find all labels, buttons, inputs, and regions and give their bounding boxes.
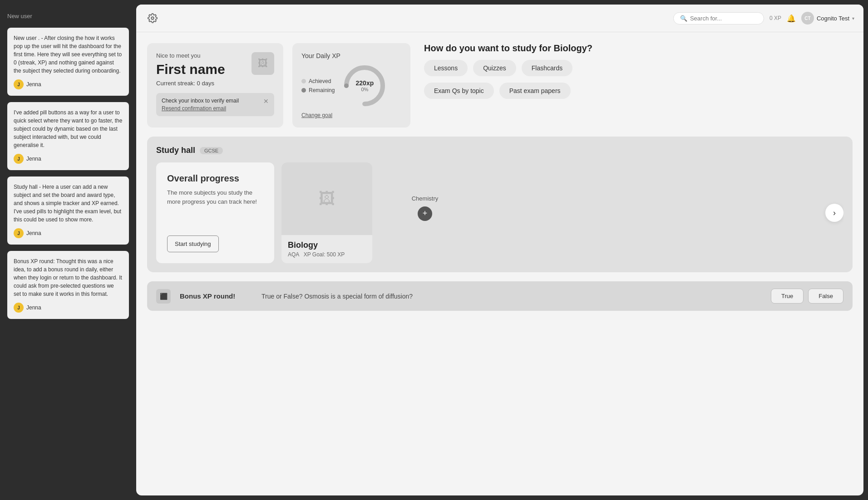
welcome-card: Nice to meet you First name Current stre…: [147, 43, 283, 127]
comment-card-2: I've added pill buttons as a way for a u…: [7, 102, 129, 170]
xp-gauge: 220xp 0%: [342, 63, 387, 108]
gcse-badge: GCSE: [200, 147, 223, 154]
topbar: 🔍 0 XP 🔔 CT Cognito Test ▾: [136, 5, 863, 32]
past-papers-button[interactable]: Past exam papers: [499, 83, 571, 99]
legend-achieved: Achieved: [301, 78, 335, 84]
dashboard: Nice to meet you First name Current stre…: [136, 32, 863, 495]
svg-point-0: [151, 17, 154, 20]
comment-author-3: J Jenna: [14, 228, 123, 238]
email-verify-title: Check your inbox to verify email: [162, 98, 239, 104]
user-menu[interactable]: CT Cognito Test ▾: [801, 12, 854, 25]
add-subject-icon[interactable]: +: [418, 206, 432, 221]
exam-qs-button[interactable]: Exam Qs by topic: [424, 83, 494, 99]
bonus-xp-icon: ⬛: [156, 289, 171, 304]
achieved-label: Achieved: [309, 78, 331, 84]
author-name-3: Jenna: [26, 230, 41, 236]
comment-author-4: J Jenna: [14, 303, 123, 313]
lessons-button[interactable]: Lessons: [424, 60, 468, 76]
subject-goal: XP Goal: 500 XP: [304, 251, 345, 258]
subject-card-biology[interactable]: 🖼 Biology AQA XP Goal: 500 XP: [281, 162, 372, 263]
email-close-icon[interactable]: ✕: [263, 98, 269, 105]
change-goal-link[interactable]: Change goal: [301, 112, 332, 118]
search-input[interactable]: [690, 15, 749, 22]
bonus-false-button[interactable]: False: [808, 289, 843, 304]
search-icon: 🔍: [680, 15, 687, 22]
add-subject-label: Chemistry: [412, 195, 439, 202]
quizzes-button[interactable]: Quizzes: [473, 60, 516, 76]
comment-author-2: J Jenna: [14, 154, 123, 164]
legend-remaining: Remaining: [301, 87, 335, 93]
remaining-label: Remaining: [309, 87, 335, 93]
bonus-actions: True False: [771, 289, 843, 304]
study-hall-title: Study hall: [156, 146, 195, 155]
subject-card-image: 🖼: [281, 162, 372, 235]
avatar-1: J: [14, 79, 24, 89]
subject-name-biology: Biology: [288, 240, 366, 250]
study-buttons-row-2: Exam Qs by topic Past exam papers: [424, 83, 848, 99]
daily-xp-title: Your Daily XP: [301, 52, 401, 59]
remaining-dot: [301, 88, 306, 93]
add-subject-card[interactable]: Chemistry +: [380, 162, 470, 253]
email-verify-banner: Check your inbox to verify email Resend …: [156, 93, 274, 116]
sidebar-title: New user: [7, 9, 129, 21]
main-content: 🔍 0 XP 🔔 CT Cognito Test ▾ Nice to meet …: [136, 5, 863, 495]
next-arrow-button[interactable]: ›: [825, 204, 843, 222]
top-row: Nice to meet you First name Current stre…: [147, 43, 853, 127]
author-name-1: Jenna: [26, 81, 41, 88]
user-name: Cognito Test: [817, 15, 849, 22]
flashcards-button[interactable]: Flashcards: [522, 60, 572, 76]
comment-card-4: Bonus XP round: Thought this was a nice …: [7, 251, 129, 319]
author-name-4: Jenna: [26, 304, 41, 311]
user-initials: CT: [801, 12, 814, 25]
author-name-2: Jenna: [26, 156, 41, 162]
chevron-down-icon: ▾: [852, 16, 854, 21]
study-buttons-row: Lessons Quizzes Flashcards: [424, 60, 848, 76]
avatar-2: J: [14, 154, 24, 164]
comment-text-2: I've added pill buttons as a way for a u…: [14, 108, 123, 149]
study-hall-cards: Overall progress The more subjects you s…: [156, 162, 843, 263]
comment-text-4: Bonus XP round: Thought this was a nice …: [14, 257, 123, 298]
xp-chart-row: Achieved Remaining 220xp: [301, 63, 401, 108]
comment-text-3: Study hall - Here a user can add a new s…: [14, 183, 123, 224]
subject-meta-biology: AQA XP Goal: 500 XP: [288, 251, 366, 258]
welcome-streak: Current streak: 0 days: [156, 80, 274, 87]
bonus-question: True or False? Osmosis is a special form…: [261, 293, 762, 300]
resend-confirmation-link[interactable]: Resend confirmation email: [162, 105, 239, 112]
bonus-xp-label: Bonus XP round!: [180, 292, 252, 300]
progress-card-desc: The more subjects you study the more pro…: [167, 188, 263, 231]
notification-icon[interactable]: 🔔: [787, 14, 796, 23]
subject-card-info: Biology AQA XP Goal: 500 XP: [281, 235, 372, 263]
xp-legend: Achieved Remaining: [301, 78, 335, 93]
daily-xp-card: Your Daily XP Achieved Remaining: [292, 43, 410, 127]
achieved-dot: [301, 79, 306, 83]
gauge-xp-value: 220xp: [356, 79, 374, 87]
avatar-4: J: [14, 303, 24, 313]
study-hall-header: Study hall GCSE: [156, 146, 843, 155]
progress-card-title: Overall progress: [167, 173, 263, 184]
sidebar: New user New user . - After closing the …: [0, 0, 136, 500]
avatar-image-icon: 🖼: [258, 58, 268, 69]
subject-board: AQA: [288, 251, 299, 258]
comment-card-1: New user . - After closing the how it wo…: [7, 28, 129, 96]
settings-icon[interactable]: [145, 11, 160, 25]
search-box[interactable]: 🔍: [673, 12, 764, 25]
start-studying-button[interactable]: Start studying: [167, 235, 219, 252]
user-avatar-placeholder: 🖼: [252, 52, 274, 75]
gauge-text: 220xp 0%: [356, 79, 374, 92]
xp-display: 0 XP: [769, 15, 781, 21]
study-options: How do you want to study for Biology? Le…: [419, 43, 853, 127]
image-placeholder-icon: 🖼: [319, 189, 335, 208]
bonus-true-button[interactable]: True: [771, 289, 804, 304]
gauge-pct-value: 0%: [356, 87, 374, 92]
progress-card: Overall progress The more subjects you s…: [156, 162, 274, 263]
avatar-3: J: [14, 228, 24, 238]
comment-author-1: J Jenna: [14, 79, 123, 89]
study-options-title: How do you want to study for Biology?: [424, 43, 848, 54]
comment-text-1: New user . - After closing the how it wo…: [14, 34, 123, 75]
comment-card-3: Study hall - Here a user can add a new s…: [7, 176, 129, 245]
study-hall-section: Study hall GCSE Overall progress The mor…: [147, 137, 853, 272]
bonus-xp-bar: ⬛ Bonus XP round! True or False? Osmosis…: [147, 281, 853, 311]
email-verify-content: Check your inbox to verify email Resend …: [162, 98, 239, 112]
